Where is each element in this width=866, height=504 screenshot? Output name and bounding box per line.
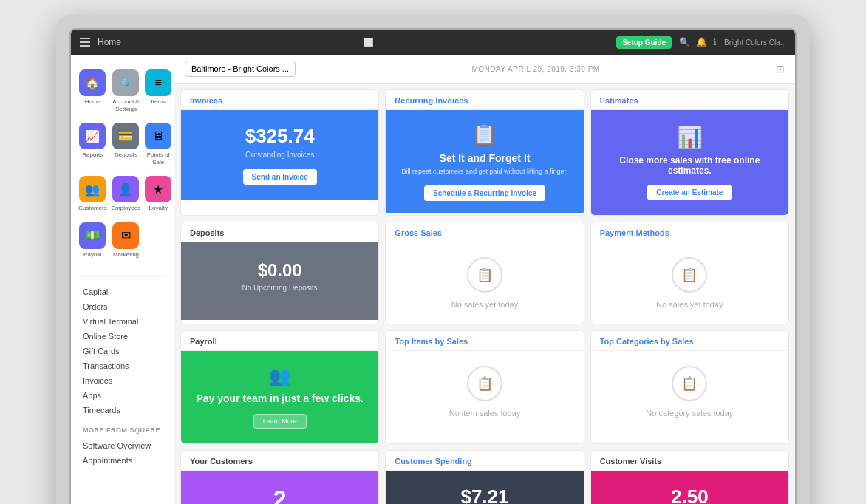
- sidebar-link-invoices[interactable]: Invoices: [83, 373, 162, 388]
- sidebar-item-account[interactable]: ⚙️ Account & Settings: [110, 65, 143, 117]
- sidebar: 🏠 Home ⚙️ Account & Settings ≡ Items 📈: [71, 55, 174, 504]
- payroll-icon-box: 💵: [79, 222, 106, 249]
- location-dropdown[interactable]: Baltimore - Bright Colors ...: [185, 61, 296, 77]
- card-invoices-header: Invoices: [181, 90, 378, 110]
- deposits-icon-label: Deposits: [115, 151, 137, 159]
- sidebar-link-capital[interactable]: Capital: [83, 285, 162, 299]
- sidebar-link-apps[interactable]: Apps: [83, 388, 162, 403]
- sidebar-item-deposits[interactable]: 💳 Deposits: [110, 118, 143, 170]
- gross-sales-empty-text: No sales yet today: [451, 300, 519, 309]
- card-estimates-body: 📊 Close more sales with free online esti…: [591, 110, 788, 215]
- card-top-categories-header: Top Categories by Sales: [591, 331, 788, 351]
- loyalty-icon-label: Loyalty: [149, 205, 168, 212]
- card-customer-visits: Customer Visits 2.50 Average Visits per …: [590, 450, 789, 504]
- sidebar-item-pos[interactable]: 🖥 Points of Sale: [143, 118, 173, 170]
- payment-methods-empty-text: No sales yet today: [656, 300, 723, 309]
- reports-icon-label: Reports: [82, 151, 103, 159]
- home-icon-box: 🏠: [79, 69, 106, 96]
- content-header: Baltimore - Bright Colors ... MONDAY APR…: [174, 55, 795, 84]
- reports-icon-box: 📈: [79, 123, 106, 149]
- card-payment-methods: Payment Methods 📋 No sales yet today: [590, 222, 789, 324]
- estimates-icon: 📊: [599, 125, 781, 149]
- setup-guide-button[interactable]: Setup Guide: [616, 36, 672, 49]
- employees-icon-label: Employees: [112, 205, 141, 212]
- card-deposits-header: Deposits: [181, 222, 378, 242]
- bell-icon[interactable]: 🔔: [696, 37, 707, 47]
- estimates-title: Close more sales with free online estima…: [599, 155, 781, 176]
- card-payment-methods-body: 📋 No sales yet today: [591, 242, 788, 324]
- customers-amount: 2: [188, 486, 371, 504]
- card-payroll: Payroll 👥 Pay your team in just a few cl…: [180, 330, 379, 444]
- card-estimates: Estimates 📊 Close more sales with free o…: [590, 89, 789, 216]
- card-customer-visits-body: 2.50 Average Visits per Customer: [591, 471, 788, 504]
- hamburger-menu[interactable]: [80, 38, 90, 47]
- sidebar-item-loyalty[interactable]: ★ Loyalty: [143, 171, 173, 217]
- sidebar-item-payroll[interactable]: 💵 Payroll: [77, 218, 109, 263]
- card-deposits: Deposits $0.00 No Upcoming Deposits: [180, 222, 379, 324]
- sidebar-item-marketing[interactable]: ✉ Marketing: [110, 218, 143, 263]
- sidebar-link-appointments[interactable]: Appointments: [83, 453, 162, 468]
- card-recurring: Recurring Invoices 📋 Set It and Forget I…: [385, 89, 584, 216]
- card-gross-sales-header: Gross Sales: [386, 222, 583, 242]
- account-icon-label: Account & Settings: [112, 98, 141, 112]
- card-payment-methods-header: Payment Methods: [591, 222, 788, 242]
- marketing-icon-box: ✉: [112, 222, 139, 249]
- main-layout: 🏠 Home ⚙️ Account & Settings ≡ Items 📈: [71, 55, 795, 504]
- card-customer-spending-body: $7.21 Average Spend per Visit: [386, 471, 583, 504]
- top-items-empty-text: No item sales today: [449, 409, 521, 418]
- card-customer-spending: Customer Spending $7.21 Average Spend pe…: [385, 450, 584, 504]
- sidebar-link-online-store[interactable]: Online Store: [83, 329, 162, 344]
- top-bar-center: ⬜: [364, 38, 374, 47]
- home-title: Home: [98, 37, 121, 47]
- sidebar-link-transactions[interactable]: Transactions: [83, 358, 162, 373]
- sidebar-link-virtual-terminal[interactable]: Virtual Terminal: [83, 314, 162, 329]
- account-icon-box: ⚙️: [112, 69, 139, 96]
- card-invoices: Invoices $325.74 Outstanding Invoices Se…: [180, 89, 379, 216]
- sidebar-item-items[interactable]: ≡ Items: [143, 65, 173, 117]
- sidebar-item-employees[interactable]: 👤 Employees: [110, 171, 143, 217]
- card-gross-sales-body: 📋 No sales yet today: [386, 242, 583, 324]
- sidebar-link-gift-cards[interactable]: Gift Cards: [83, 344, 162, 358]
- top-bar-right: Setup Guide 🔍 🔔 ℹ Bright Colors Cla...: [616, 36, 786, 49]
- customers-icon-box: 👥: [79, 176, 106, 202]
- grid-view-icon[interactable]: ⊞: [776, 63, 785, 75]
- card-invoices-body: $325.74 Outstanding Invoices Send an Inv…: [181, 110, 378, 200]
- deposits-icon-box: 💳: [112, 123, 139, 149]
- payroll-icon-label: Payroll: [83, 251, 101, 259]
- sidebar-link-timecards[interactable]: Timecards: [83, 403, 162, 418]
- dashboard-grid: Invoices $325.74 Outstanding Invoices Se…: [174, 84, 795, 504]
- sidebar-item-reports[interactable]: 📈 Reports: [77, 118, 109, 170]
- employees-icon-box: 👤: [112, 176, 139, 202]
- sidebar-link-orders[interactable]: Orders: [83, 299, 162, 314]
- loyalty-icon-box: ★: [145, 176, 171, 202]
- card-payroll-header: Payroll: [181, 331, 378, 351]
- invoice-amount: $325.74: [188, 125, 371, 148]
- schedule-recurring-button[interactable]: Schedule a Recurring Invoice: [424, 185, 545, 201]
- pos-icon-label: Points of Sale: [145, 151, 171, 166]
- sidebar-item-home[interactable]: 🏠 Home: [77, 65, 109, 117]
- sidebar-link-software-overview[interactable]: Software Overview: [83, 438, 162, 453]
- top-bar-left: Home: [80, 37, 121, 47]
- payment-methods-empty-icon: 📋: [672, 257, 707, 293]
- payroll-learn-more-button[interactable]: Learn More: [253, 414, 307, 429]
- payroll-icon: 👥: [188, 366, 371, 386]
- sidebar-item-customers[interactable]: 👥 Customers: [77, 171, 109, 217]
- send-invoice-button[interactable]: Send an Invoice: [243, 169, 317, 185]
- card-top-categories-body: 📋 No category sales today: [591, 351, 788, 432]
- customers-icon-label: Customers: [78, 205, 107, 212]
- create-estimate-button[interactable]: Create an Estimate: [647, 185, 732, 200]
- top-bar-icons: 🔍 🔔 ℹ: [679, 37, 717, 47]
- sidebar-divider: [80, 276, 165, 277]
- card-recurring-header: Recurring Invoices: [386, 90, 583, 110]
- search-icon[interactable]: 🔍: [679, 37, 690, 47]
- card-gross-sales: Gross Sales 📋 No sales yet today: [385, 222, 584, 324]
- info-icon[interactable]: ℹ: [713, 37, 717, 47]
- card-your-customers-body: 2 People: [181, 471, 378, 504]
- visits-amount: 2.50: [599, 486, 781, 504]
- spending-amount: $7.21: [393, 486, 576, 504]
- deposits-sub: No Upcoming Deposits: [188, 284, 371, 292]
- card-top-items-header: Top Items by Sales: [386, 331, 583, 351]
- card-your-customers-header: Your Customers: [181, 451, 378, 471]
- card-deposits-body: $0.00 No Upcoming Deposits: [181, 242, 378, 320]
- more-from-square-label: More From Square: [83, 426, 162, 434]
